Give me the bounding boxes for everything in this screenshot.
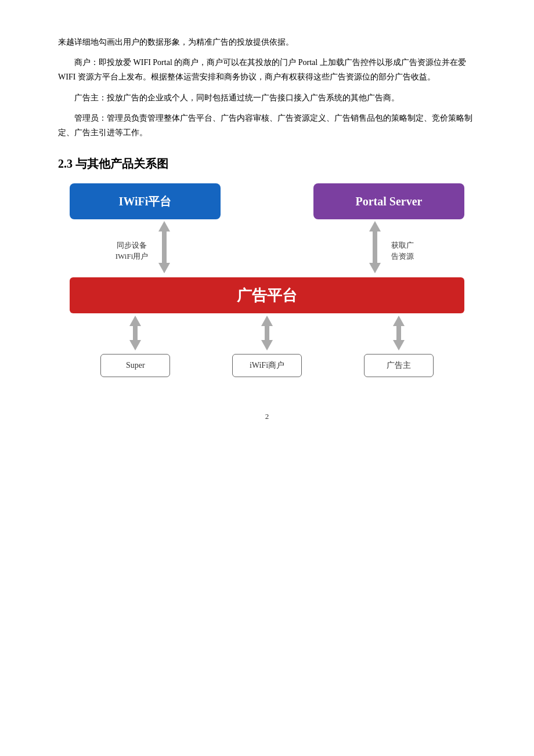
paragraph-2: 商户：即投放爱 WIFI Portal 的商户，商户可以在其投放的门户 Port… bbox=[58, 55, 476, 84]
svg-marker-7 bbox=[369, 263, 381, 273]
svg-marker-3 bbox=[158, 263, 170, 273]
right-arrow-group: 获取广 告资源 bbox=[313, 219, 464, 277]
section-title-2-3: 2.3 与其他产品关系图 bbox=[58, 156, 476, 172]
svg-marker-0 bbox=[158, 221, 170, 231]
right-arrow-label-down: 告资源 bbox=[391, 251, 414, 262]
diagram-top-row: IWiFi平台 Portal Server bbox=[70, 183, 464, 219]
page-content: 来越详细地勾画出用户的数据形象，为精准广告的投放提供依据。 商户：即投放爱 WI… bbox=[0, 0, 534, 468]
super-label: Super bbox=[126, 361, 145, 370]
page-number: 2 bbox=[58, 412, 476, 421]
right-double-arrow bbox=[365, 221, 385, 276]
left-arrow-label-down: IWiFi用户 bbox=[116, 251, 149, 262]
svg-rect-1 bbox=[162, 231, 167, 248]
paragraph-3: 广告主：投放广告的企业或个人，同时包括通过统一广告接口接入广告系统的其他广告商。 bbox=[58, 91, 476, 105]
p2-text: 即投放爱 WIFI Portal 的商户，商户可以在其投放的门户 Portal … bbox=[58, 58, 466, 81]
portal-label: Portal Server bbox=[356, 195, 423, 208]
left-double-arrow bbox=[154, 221, 175, 276]
bottom-arrow-super-svg bbox=[125, 316, 146, 350]
p4-label: 管理员： bbox=[74, 114, 107, 122]
svg-marker-12 bbox=[261, 316, 273, 326]
paragraph-1: 来越详细地勾画出用户的数据形象，为精准广告的投放提供依据。 bbox=[58, 35, 476, 49]
svg-rect-10 bbox=[133, 328, 138, 340]
bottom-arrow-advertiser bbox=[358, 316, 439, 350]
svg-marker-4 bbox=[369, 221, 381, 231]
iwifi-platform-box: IWiFi平台 bbox=[70, 183, 221, 219]
right-arrow-label: 获取广 告资源 bbox=[391, 235, 414, 262]
iwifi-merchant-label: iWiFi商户 bbox=[250, 360, 284, 371]
left-arrow-svg bbox=[154, 221, 175, 273]
svg-rect-5 bbox=[373, 231, 377, 248]
left-arrow-group: 同步设备 IWiFi用户 bbox=[70, 219, 221, 277]
bottom-arrows-row bbox=[70, 313, 464, 354]
ad-platform-label: 广告平台 bbox=[237, 285, 297, 306]
product-relationship-diagram: IWiFi平台 Portal Server 同步设备 IWiFi用户 bbox=[70, 183, 464, 377]
iwifi-label: IWiFi平台 bbox=[119, 194, 172, 209]
bottom-arrow-super bbox=[95, 316, 176, 350]
svg-marker-8 bbox=[129, 316, 141, 326]
svg-rect-6 bbox=[373, 248, 377, 264]
svg-marker-15 bbox=[261, 340, 273, 350]
bottom-boxes-row: Super iWiFi商户 广告主 bbox=[70, 354, 464, 377]
paragraph-4: 管理员：管理员负责管理整体广告平台、广告内容审核、广告资源定义、广告销售品包的策… bbox=[58, 111, 476, 140]
right-arrow-svg bbox=[365, 221, 385, 273]
svg-marker-19 bbox=[393, 340, 405, 350]
super-box: Super bbox=[100, 354, 170, 377]
left-arrow-label-up: 同步设备 bbox=[117, 240, 147, 251]
p1-text: 来越详细地勾画出用户的数据形象，为精准广告的投放提供依据。 bbox=[58, 38, 294, 46]
bottom-arrow-iwifi-svg bbox=[257, 316, 277, 350]
right-arrow-label-up: 获取广 bbox=[391, 240, 414, 251]
ad-platform-box: 广告平台 bbox=[70, 277, 464, 313]
svg-marker-16 bbox=[393, 316, 405, 326]
p4-text: 管理员负责管理整体广告平台、广告内容审核、广告资源定义、广告销售品包的策略制定、… bbox=[58, 114, 472, 137]
bottom-arrow-iwifi-merchant bbox=[226, 316, 308, 350]
p2-label: 商户： bbox=[74, 58, 99, 67]
p3-label: 广告主： bbox=[74, 93, 107, 102]
svg-marker-11 bbox=[129, 340, 141, 350]
svg-rect-18 bbox=[396, 328, 401, 340]
left-arrow-label: 同步设备 IWiFi用户 bbox=[116, 235, 149, 262]
portal-server-box: Portal Server bbox=[313, 183, 464, 219]
advertiser-label: 广告主 bbox=[387, 360, 411, 371]
svg-rect-14 bbox=[265, 328, 269, 340]
advertiser-box: 广告主 bbox=[364, 354, 434, 377]
bottom-arrow-advertiser-svg bbox=[388, 316, 409, 350]
p3-text: 投放广告的企业或个人，同时包括通过统一广告接口接入广告系统的其他广告商。 bbox=[107, 93, 399, 102]
iwifi-merchant-box: iWiFi商户 bbox=[232, 354, 302, 377]
svg-rect-2 bbox=[162, 248, 167, 264]
